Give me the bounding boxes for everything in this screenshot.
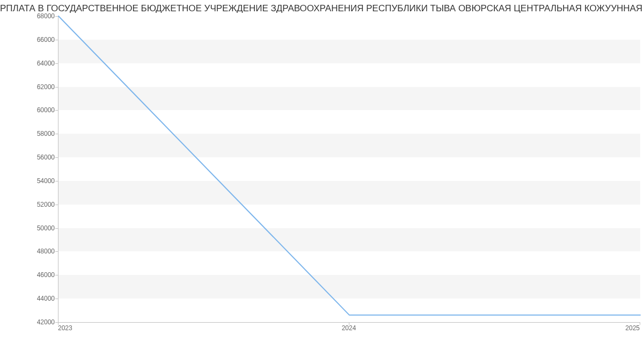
chart-title: РПЛАТА В ГОСУДАРСТВЕННОЕ БЮДЖЕТНОЕ УЧРЕЖ… (0, 3, 644, 14)
y-axis-tick-label: 62000 (6, 83, 55, 91)
y-axis-tick-mark (55, 181, 58, 181)
plot-area (58, 16, 640, 323)
y-axis-tick-label: 60000 (6, 106, 55, 114)
y-axis-tick-label: 64000 (6, 60, 55, 67)
y-axis-tick-label: 46000 (6, 271, 55, 279)
y-axis-tick-mark (55, 275, 58, 275)
y-axis-tick-label: 44000 (6, 295, 55, 302)
y-axis-tick-mark (55, 63, 58, 64)
y-axis-tick-label: 42000 (6, 318, 55, 326)
y-axis-tick-label: 56000 (6, 154, 55, 161)
series-line (58, 16, 640, 315)
y-axis-tick-label: 66000 (6, 36, 55, 43)
x-axis-tick-mark (58, 322, 58, 325)
x-axis-tick-mark (640, 322, 640, 325)
y-axis-tick-mark (55, 299, 58, 299)
y-axis-tick-mark (55, 251, 58, 252)
y-axis-tick-label: 54000 (6, 177, 55, 185)
y-axis-tick-mark (55, 205, 58, 205)
y-axis-tick-label: 68000 (6, 12, 55, 20)
x-axis-tick-label: 2025 (625, 324, 640, 332)
x-axis-tick-label: 2023 (58, 324, 72, 332)
y-axis-tick-mark (55, 134, 58, 134)
y-axis-tick-mark (55, 16, 58, 17)
y-axis-tick-label: 48000 (6, 248, 55, 255)
y-axis-tick-mark (55, 110, 58, 111)
x-axis-tick-mark (349, 322, 349, 325)
y-axis-tick-mark (55, 228, 58, 229)
y-axis-tick-mark (55, 40, 58, 40)
y-axis-tick-mark (55, 157, 58, 158)
chart-container: РПЛАТА В ГОСУДАРСТВЕННОЕ БЮДЖЕТНОЕ УЧРЕЖ… (0, 0, 644, 349)
y-axis-tick-label: 50000 (6, 224, 55, 232)
line-series (58, 16, 640, 322)
x-axis-tick-label: 2024 (342, 324, 356, 332)
y-axis-tick-label: 58000 (6, 130, 55, 137)
y-axis-tick-label: 52000 (6, 201, 55, 208)
y-axis-tick-mark (55, 87, 58, 88)
